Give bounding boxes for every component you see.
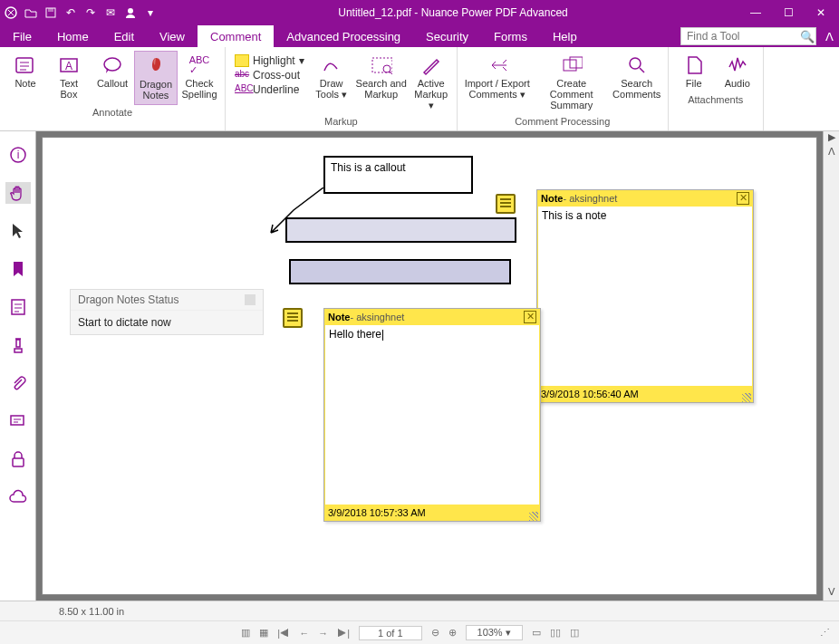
- audio-icon: [727, 54, 748, 76]
- single-page-icon[interactable]: ▭: [532, 627, 541, 639]
- undo-icon[interactable]: ↶: [63, 5, 78, 20]
- vertical-scrollbar[interactable]: ▶ ᐱ ᐯ: [823, 131, 839, 601]
- document-canvas[interactable]: This is a callout Note - aksinghnet ✕ Th…: [36, 131, 823, 601]
- spelling-button[interactable]: ABC✓ Check Spelling: [178, 51, 221, 105]
- qat-more-icon[interactable]: ▾: [143, 5, 158, 20]
- mail-icon[interactable]: ✉: [103, 5, 118, 20]
- note-popup-close[interactable]: ✕: [524, 311, 536, 323]
- attachments-panel-icon[interactable]: [5, 372, 31, 394]
- prev-page-icon[interactable]: ←: [299, 628, 309, 639]
- note-popup-body[interactable]: Hello there: [324, 325, 540, 505]
- drawtools-button[interactable]: Draw Tools ▾: [310, 51, 353, 114]
- searchcomments-icon: [626, 54, 648, 76]
- searchmarkup-button[interactable]: Search and Markup: [353, 51, 410, 114]
- scroll-down-icon[interactable]: ᐯ: [828, 586, 835, 601]
- select-tool-icon[interactable]: [5, 220, 31, 242]
- status-grip-icon: ⋰: [820, 627, 830, 639]
- zoom-field[interactable]: 103% ▾: [466, 625, 523, 640]
- last-page-icon[interactable]: ⯈|: [337, 628, 350, 639]
- highlight-button[interactable]: Highlight ▾: [235, 54, 304, 67]
- note-popup-header[interactable]: Note - aksinghnet ✕: [324, 309, 540, 325]
- fit-width-icon[interactable]: ▦: [259, 627, 268, 639]
- security-panel-icon[interactable]: [5, 448, 31, 470]
- audio-attach-button[interactable]: Audio: [716, 51, 759, 92]
- svg-rect-8: [372, 58, 392, 72]
- find-tool-search[interactable]: 🔍: [680, 27, 816, 45]
- next-page-icon[interactable]: →: [318, 628, 328, 639]
- tab-advanced[interactable]: Advanced Processing: [274, 25, 413, 47]
- note-popup-close[interactable]: ✕: [737, 192, 749, 205]
- info-tool-icon[interactable]: i: [5, 144, 31, 166]
- facing-page-icon[interactable]: ◫: [570, 627, 579, 639]
- tab-edit[interactable]: Edit: [101, 25, 147, 47]
- textbox-button[interactable]: A Text Box: [47, 51, 91, 105]
- open-icon[interactable]: [24, 5, 38, 20]
- search-icon[interactable]: 🔍: [799, 30, 815, 43]
- tab-file[interactable]: File: [0, 25, 44, 47]
- note-popup-author: - aksinghnet: [563, 193, 617, 204]
- svg-text:A: A: [65, 60, 72, 72]
- pages-panel-icon[interactable]: [5, 296, 31, 318]
- note-popup-footer: 3/9/2018 10:57:33 AM: [324, 505, 540, 521]
- resize-grip-icon[interactable]: [529, 512, 538, 521]
- tab-comment[interactable]: Comment: [198, 25, 274, 47]
- search-input[interactable]: [681, 30, 799, 43]
- user-icon[interactable]: [123, 5, 138, 20]
- app-icon: [4, 5, 18, 20]
- redo-icon[interactable]: ↷: [83, 5, 98, 20]
- maximize-button[interactable]: ☐: [781, 6, 796, 19]
- scroll-right-icon[interactable]: ▶: [828, 131, 835, 146]
- underline-icon: ABC: [235, 83, 249, 96]
- tab-view[interactable]: View: [147, 25, 198, 47]
- zoom-in-icon[interactable]: ⊕: [448, 627, 457, 639]
- drawtools-icon: [321, 54, 342, 76]
- window-title: Untitled_12.pdf - Nuance Power PDF Advan…: [158, 6, 748, 19]
- fit-page-icon[interactable]: ▥: [241, 627, 250, 639]
- crossout-button[interactable]: abcCross-out: [235, 69, 304, 82]
- save-icon[interactable]: [43, 5, 58, 20]
- note-popup-footer: 3/9/2018 10:56:40 AM: [537, 386, 753, 402]
- note-button[interactable]: Note: [4, 51, 47, 105]
- dragon-notes-button[interactable]: Dragon Notes: [134, 51, 178, 105]
- activemarkup-button[interactable]: Active Markup ▾: [410, 51, 453, 114]
- page-number-field[interactable]: 1 of 1: [359, 626, 422, 640]
- tab-security[interactable]: Security: [413, 25, 481, 47]
- stamp-panel-icon[interactable]: [5, 334, 31, 356]
- textbox-annotation-1[interactable]: [285, 217, 516, 243]
- minimize-button[interactable]: —: [748, 6, 763, 19]
- callout-button[interactable]: Callout: [91, 51, 134, 105]
- tab-help[interactable]: Help: [540, 25, 590, 47]
- createsummary-button[interactable]: Create Comment Summary: [534, 51, 610, 114]
- cloud-panel-icon[interactable]: [5, 486, 31, 508]
- note-popup-1[interactable]: Note - aksinghnet ✕ This is a note 3/9/2…: [536, 189, 754, 403]
- importexport-button[interactable]: Import / Export Comments ▾: [461, 51, 534, 114]
- close-button[interactable]: ✕: [814, 6, 828, 19]
- svg-point-7: [104, 58, 121, 71]
- note-popup-header[interactable]: Note - aksinghnet ✕: [537, 190, 753, 207]
- searchcomments-button[interactable]: Search Comments: [610, 51, 664, 114]
- group-attachments: File Audio Attachments: [669, 47, 764, 130]
- bookmark-panel-icon[interactable]: [5, 258, 31, 280]
- comments-panel-icon[interactable]: [5, 410, 31, 432]
- tab-home[interactable]: Home: [44, 25, 101, 47]
- hand-tool-icon[interactable]: [5, 182, 31, 204]
- note-popup-2[interactable]: Note - aksinghnet ✕ Hello there 3/9/2018…: [323, 308, 541, 522]
- note-marker-2[interactable]: [283, 308, 303, 328]
- zoom-out-icon[interactable]: ⊖: [431, 627, 439, 639]
- callout-box[interactable]: This is a callout: [323, 156, 473, 194]
- note-marker-1[interactable]: [496, 194, 516, 214]
- svg-rect-2: [48, 8, 53, 12]
- resize-grip-icon[interactable]: [742, 393, 751, 402]
- svg-point-3: [128, 8, 133, 14]
- scroll-up-icon[interactable]: ᐱ: [828, 146, 835, 160]
- textbox-annotation-2[interactable]: [289, 259, 511, 284]
- tab-forms[interactable]: Forms: [481, 25, 540, 47]
- group-commentproc: Import / Export Comments ▾ Create Commen…: [458, 47, 669, 130]
- file-attach-button[interactable]: File: [672, 51, 716, 92]
- dragon-panel-collapse[interactable]: [245, 294, 256, 305]
- first-page-icon[interactable]: |⯇: [277, 628, 290, 639]
- continuous-page-icon[interactable]: ▯▯: [550, 627, 561, 639]
- underline-button[interactable]: ABCUnderline: [235, 83, 304, 96]
- note-popup-body[interactable]: This is a note: [537, 207, 753, 386]
- ribbon-collapse-icon[interactable]: ᐱ: [820, 25, 839, 47]
